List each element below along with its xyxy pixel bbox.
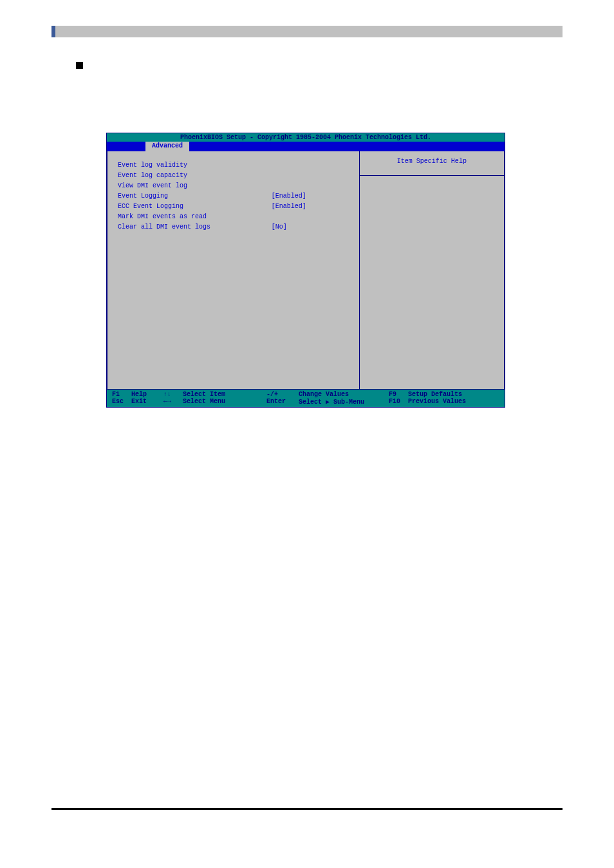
action-select-item: Select Item: [183, 391, 266, 398]
key-f9: F9: [389, 391, 408, 398]
setting-value: [272, 160, 349, 171]
list-item: Event Logging[Enabled]: [118, 191, 349, 202]
bios-body: Event log validity Event log capacity Vi…: [107, 151, 505, 390]
footer-row: Esc Exit ←→ Select Menu Enter Select ▶ S…: [112, 398, 499, 406]
footer-row: F1 Help ↑↓ Select Item -/+ Change Values…: [112, 391, 499, 398]
list-item: Event log capacity: [118, 171, 349, 181]
setting-value[interactable]: [No]: [272, 222, 349, 232]
key-f10: F10: [389, 398, 408, 406]
bios-settings-list[interactable]: Event log validity Event log capacity Vi…: [107, 151, 360, 390]
bios-key-help-bar: F1 Help ↑↓ Select Item -/+ Change Values…: [107, 390, 505, 407]
action-help: Help: [131, 391, 163, 398]
key-minus-plus: -/+: [266, 391, 299, 398]
list-item: ECC Event Logging[Enabled]: [118, 202, 349, 212]
setting-label[interactable]: Event log validity: [118, 160, 272, 171]
action-previous-values: Previous Values: [408, 398, 499, 406]
action-select-menu: Select Menu: [183, 398, 266, 406]
setting-value: [272, 181, 349, 191]
setting-label[interactable]: Mark DMI events as read: [118, 212, 272, 222]
setting-label[interactable]: View DMI event log: [118, 181, 272, 191]
setting-label[interactable]: Event Logging: [118, 191, 272, 202]
bios-setup-panel: PhoenixBIOS Setup - Copyright 1985-2004 …: [106, 133, 505, 408]
key-leftright-icon: ←→: [163, 398, 183, 406]
bios-title-bar: PhoenixBIOS Setup - Copyright 1985-2004 …: [107, 133, 505, 142]
key-enter: Enter: [266, 398, 299, 406]
list-item: View DMI event log: [118, 181, 349, 191]
page-footer-rule: [51, 808, 563, 810]
key-esc: Esc: [112, 398, 131, 406]
setting-value: [272, 212, 349, 222]
setting-value[interactable]: [Enabled]: [272, 191, 349, 202]
tab-advanced[interactable]: Advanced: [145, 142, 189, 151]
key-f1: F1: [112, 391, 131, 398]
action-setup-defaults: Setup Defaults: [408, 391, 499, 398]
page-header-bar: [51, 26, 563, 37]
setting-label[interactable]: Event log capacity: [118, 171, 272, 181]
setting-label[interactable]: ECC Event Logging: [118, 202, 272, 212]
key-updown-icon: ↑↓: [163, 391, 183, 398]
action-exit: Exit: [131, 398, 163, 406]
setting-value[interactable]: [Enabled]: [272, 202, 349, 212]
action-change-values: Change Values: [299, 391, 389, 398]
setting-label[interactable]: Clear all DMI event logs: [118, 222, 272, 232]
setting-value: [272, 171, 349, 181]
bios-menu-bar[interactable]: Advanced: [107, 142, 505, 151]
list-item: Mark DMI events as read: [118, 212, 349, 222]
action-select-submenu: Select ▶ Sub-Menu: [299, 398, 389, 406]
bios-help-panel: Item Specific Help: [360, 151, 505, 390]
help-title: Item Specific Help: [360, 158, 504, 165]
list-item: Event log validity: [118, 160, 349, 171]
section-bullet-icon: [76, 62, 83, 69]
help-content: [360, 175, 504, 388]
list-item: Clear all DMI event logs[No]: [118, 222, 349, 232]
page-header-accent: [51, 26, 55, 37]
